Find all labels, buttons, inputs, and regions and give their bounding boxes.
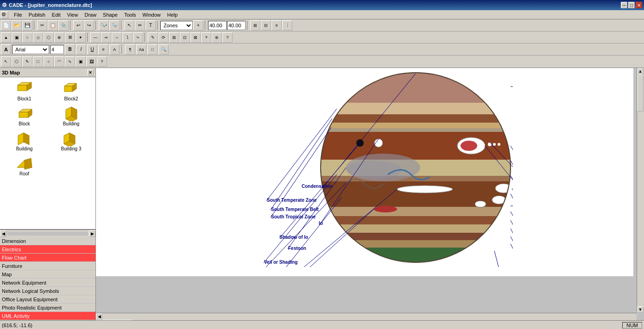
cat-dimension[interactable]: Dimension bbox=[0, 237, 95, 245]
paste-btn[interactable]: 📎 bbox=[58, 20, 69, 31]
shape-tool-5[interactable]: ⬡ bbox=[44, 32, 54, 43]
panel-close-btn[interactable]: ✕ bbox=[87, 69, 94, 76]
cat-map[interactable]: Map bbox=[0, 270, 95, 279]
align-btn[interactable]: ≡ bbox=[271, 20, 282, 31]
shape-tool-7[interactable]: ⌘ bbox=[65, 32, 75, 43]
align-left-btn[interactable]: ≡ bbox=[98, 44, 108, 55]
menu-view[interactable]: View bbox=[64, 12, 81, 18]
scroll-down-btn[interactable]: ▼ bbox=[637, 306, 644, 313]
underline-btn[interactable]: U bbox=[87, 44, 97, 55]
minimize-button[interactable]: ─ bbox=[621, 2, 627, 8]
edit-tool-5[interactable]: ⊠ bbox=[190, 32, 201, 43]
edit-tool-3[interactable]: ⊞ bbox=[169, 32, 179, 43]
shape-tool-4[interactable]: ◇ bbox=[33, 32, 43, 43]
shape-tool-1[interactable]: ▲ bbox=[1, 32, 11, 43]
draw-btn[interactable]: ✏ bbox=[135, 20, 145, 31]
save-btn[interactable]: 💾 bbox=[22, 20, 32, 31]
draw-line[interactable]: ↖ bbox=[1, 56, 11, 67]
font-color-btn[interactable]: A bbox=[109, 44, 120, 55]
cat-photo-realistic[interactable]: Photo Realistic Equipment bbox=[0, 304, 95, 312]
undo-btn[interactable]: ↩ bbox=[73, 20, 83, 31]
draw-help[interactable]: ? bbox=[97, 56, 107, 67]
draw-circle[interactable]: ○ bbox=[44, 56, 54, 67]
zoom-out-btn[interactable]: 🔍- bbox=[109, 20, 120, 31]
char-style-btn[interactable]: Aa bbox=[136, 44, 146, 55]
width-input[interactable] bbox=[208, 21, 227, 30]
shape-building3[interactable]: Building 3 bbox=[49, 129, 94, 152]
shape-tool-6[interactable]: ⊕ bbox=[54, 32, 64, 43]
para-style-btn[interactable]: ¶ bbox=[125, 44, 135, 55]
shape-tool-2[interactable]: ▣ bbox=[12, 32, 22, 43]
draw-curve[interactable]: ∿ bbox=[65, 56, 75, 67]
draw-rect[interactable]: □ bbox=[33, 56, 43, 67]
scroll-thumb-v[interactable] bbox=[637, 74, 644, 112]
text-btn[interactable]: T bbox=[145, 20, 156, 31]
draw-arc[interactable]: ◠ bbox=[54, 56, 64, 67]
draw-poly[interactable]: ⬡ bbox=[12, 56, 22, 67]
menu-window[interactable]: Window bbox=[140, 12, 164, 18]
scroll-left-btn[interactable]: ◀ bbox=[0, 230, 6, 237]
menu-file[interactable]: File bbox=[11, 12, 25, 18]
cat-office-layout[interactable]: Office Layout Equipment bbox=[0, 295, 95, 304]
select-btn[interactable]: ↖ bbox=[124, 20, 134, 31]
cut-btn[interactable]: ✂ bbox=[37, 20, 47, 31]
italic-btn[interactable]: I bbox=[76, 44, 86, 55]
draw-img[interactable]: 🖼 bbox=[86, 56, 96, 67]
shape-building1[interactable]: Building bbox=[49, 104, 94, 127]
vertical-scrollbar[interactable]: ▲ ▼ bbox=[637, 68, 644, 313]
new-btn[interactable]: 📄 bbox=[1, 20, 11, 31]
drawing-canvas[interactable]: South Polar Region Oval BE Oval FA Red S… bbox=[96, 68, 633, 276]
cat-uml-activity[interactable]: UML Activity bbox=[0, 312, 95, 320]
bold-btn[interactable]: B bbox=[65, 44, 75, 55]
shape-building2[interactable]: Building bbox=[2, 129, 47, 152]
zoom-in-btn[interactable]: 🔍+ bbox=[99, 20, 109, 31]
menu-help[interactable]: Help bbox=[164, 12, 181, 18]
scroll-right-btn[interactable]: ▶ bbox=[89, 230, 95, 237]
zone-add-btn[interactable]: + bbox=[193, 20, 203, 31]
line-tool-3[interactable]: ↔ bbox=[112, 32, 122, 43]
shape-tool-8[interactable]: ✦ bbox=[76, 32, 86, 43]
line-tool-2[interactable]: ⇒ bbox=[101, 32, 111, 43]
shape-block2[interactable]: Block2 bbox=[49, 79, 94, 102]
snap-btn[interactable]: ⊟ bbox=[261, 20, 271, 31]
redo-btn[interactable]: ↪ bbox=[84, 20, 94, 31]
app-menu-icon[interactable]: ⚙ bbox=[1, 11, 8, 19]
shape-tool-3[interactable]: ○ bbox=[22, 32, 32, 43]
close-button[interactable]: ✕ bbox=[636, 2, 642, 8]
line-tool-1[interactable]: — bbox=[90, 32, 101, 43]
scroll-up-btn[interactable]: ▲ bbox=[637, 68, 644, 74]
edit-tool-1[interactable]: ✎ bbox=[148, 32, 158, 43]
menu-draw[interactable]: Draw bbox=[82, 12, 99, 18]
cat-electrics[interactable]: Electrics bbox=[0, 245, 95, 254]
edit-tool-8[interactable]: ? bbox=[222, 32, 233, 43]
edit-tool-6[interactable]: ⌖ bbox=[201, 32, 211, 43]
font-size-input[interactable] bbox=[50, 45, 64, 54]
cat-furniture[interactable]: Furniture bbox=[0, 262, 95, 270]
shape-grid-hscroll[interactable]: ◀ ▶ bbox=[0, 230, 95, 237]
maximize-button[interactable]: □ bbox=[628, 2, 635, 8]
menu-shape[interactable]: Shape bbox=[100, 12, 120, 18]
edit-tool-7[interactable]: ⊛ bbox=[212, 32, 222, 43]
scroll-thumb-h[interactable] bbox=[96, 320, 133, 320]
height-input[interactable] bbox=[227, 21, 246, 30]
shape-block1[interactable]: Block1 bbox=[2, 79, 47, 102]
menu-tools[interactable]: Tools bbox=[121, 12, 139, 18]
distribute-btn[interactable]: ⋮ bbox=[282, 20, 292, 31]
horizontal-scrollbar[interactable]: ◀ ▶ bbox=[96, 313, 637, 320]
edit-tool-2[interactable]: ⟳ bbox=[158, 32, 169, 43]
cat-network-equipment[interactable]: Network Equipment bbox=[0, 279, 95, 287]
zones-dropdown[interactable]: Zones bbox=[160, 21, 193, 30]
cat-network-logical[interactable]: Network Logical Symbols bbox=[0, 287, 95, 295]
grid-btn[interactable]: ⊞ bbox=[250, 20, 260, 31]
open-btn[interactable]: 📂 bbox=[12, 20, 22, 31]
menu-publish[interactable]: Publish bbox=[26, 12, 48, 18]
draw-fill[interactable]: ▣ bbox=[76, 56, 86, 67]
shape-roof[interactable]: Roof bbox=[2, 154, 47, 177]
menu-edit[interactable]: Edit bbox=[49, 12, 63, 18]
copy-btn[interactable]: 📋 bbox=[48, 20, 58, 31]
text-box-btn[interactable]: □ bbox=[147, 44, 158, 55]
draw-free[interactable]: ✎ bbox=[22, 56, 32, 67]
shape-block3[interactable]: Block bbox=[2, 104, 47, 127]
scroll-left-btn2[interactable]: ◀ bbox=[96, 313, 102, 320]
find-btn[interactable]: 🔍 bbox=[158, 44, 169, 55]
